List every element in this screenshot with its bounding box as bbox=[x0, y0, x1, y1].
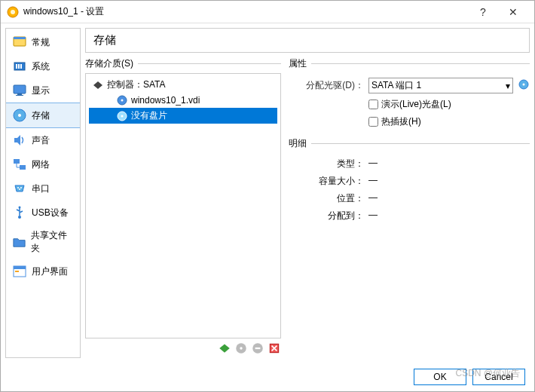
ui-icon bbox=[12, 264, 27, 279]
storage-media-heading: 存储介质(S) bbox=[85, 57, 281, 70]
detail-label: 容量大小： bbox=[289, 175, 364, 188]
svg-rect-22 bbox=[15, 271, 19, 272]
svg-rect-7 bbox=[20, 64, 22, 69]
sidebar-item-serial[interactable]: 串口 bbox=[6, 176, 80, 201]
dialog-footer: OK Cancel bbox=[1, 363, 534, 391]
general-icon bbox=[12, 35, 27, 50]
display-icon bbox=[12, 83, 27, 98]
sidebar-item-label: 网络 bbox=[32, 158, 50, 171]
sidebar-item-storage[interactable]: 存储 bbox=[6, 103, 80, 128]
sidebar-item-label: 声音 bbox=[32, 134, 50, 147]
sidebar-item-label: 用户界面 bbox=[32, 265, 68, 278]
storage-tree[interactable]: 控制器：SATA windows10_1.vdi 没有盘片 bbox=[85, 73, 281, 338]
drive-label: 分配光驱(D)： bbox=[289, 79, 364, 92]
svg-point-1 bbox=[11, 10, 15, 14]
storage-icon bbox=[12, 108, 27, 123]
titlebar: windows10_1 - 设置 ? ✕ bbox=[1, 1, 534, 23]
usb-icon bbox=[12, 205, 27, 220]
serial-icon bbox=[12, 181, 27, 196]
hotplug-checkbox[interactable] bbox=[368, 117, 378, 127]
svg-rect-13 bbox=[14, 159, 20, 164]
svg-rect-14 bbox=[20, 165, 26, 170]
sidebar-item-label: 串口 bbox=[32, 182, 50, 195]
svg-point-18 bbox=[18, 216, 21, 219]
remove-controller-button[interactable] bbox=[268, 341, 281, 355]
window-title: windows10_1 - 设置 bbox=[23, 5, 468, 18]
detail-label: 位置： bbox=[289, 192, 364, 205]
live-cd-label: 演示(Live)光盘(L) bbox=[381, 98, 451, 111]
choose-disk-icon[interactable] bbox=[518, 78, 530, 93]
main-area: 常规 系统 显示 存储 声音 网络 串口 USB设备 bbox=[1, 23, 534, 363]
help-button[interactable]: ? bbox=[468, 1, 498, 23]
svg-rect-3 bbox=[14, 37, 26, 39]
sidebar-item-label: 共享文件夹 bbox=[31, 229, 74, 255]
tree-item-empty-disc[interactable]: 没有盘片 bbox=[89, 108, 277, 124]
sidebar-item-label: 系统 bbox=[32, 60, 50, 73]
live-cd-checkbox[interactable] bbox=[368, 100, 378, 109]
sidebar-item-shared[interactable]: 共享文件夹 bbox=[6, 225, 80, 259]
attr-heading: 属性 bbox=[289, 57, 530, 70]
detail-value: — bbox=[368, 175, 530, 188]
svg-point-16 bbox=[20, 187, 22, 188]
svg-rect-6 bbox=[18, 64, 20, 69]
detail-value: — bbox=[368, 210, 530, 222]
ok-button[interactable]: OK bbox=[414, 369, 466, 385]
svg-point-19 bbox=[19, 207, 21, 209]
svg-point-17 bbox=[19, 188, 20, 190]
controller-icon bbox=[92, 79, 104, 91]
sidebar-item-network[interactable]: 网络 bbox=[6, 152, 80, 176]
content: 存储 存储介质(S) 控制器：SATA windows10_1.vdi bbox=[85, 28, 530, 358]
sidebar-item-label: 常规 bbox=[32, 36, 50, 49]
audio-icon bbox=[12, 133, 27, 148]
svg-point-28 bbox=[240, 347, 242, 349]
sidebar-item-label: 存储 bbox=[32, 109, 50, 122]
svg-point-24 bbox=[121, 100, 124, 102]
tree-item-label: windows10_1.vdi bbox=[131, 95, 200, 106]
hdd-icon bbox=[116, 94, 128, 106]
controller-label: 控制器：SATA bbox=[107, 78, 166, 91]
detail-label: 类型： bbox=[289, 158, 364, 170]
storage-panel: 存储介质(S) 控制器：SATA windows10_1.vdi 没有盘片 bbox=[85, 57, 281, 358]
svg-point-12 bbox=[18, 114, 21, 117]
svg-rect-5 bbox=[16, 64, 17, 69]
tree-controller[interactable]: 控制器：SATA bbox=[89, 77, 277, 93]
sidebar-item-label: USB设备 bbox=[32, 207, 69, 219]
app-icon bbox=[7, 6, 19, 18]
drive-value: SATA 端口 1 bbox=[371, 79, 421, 92]
close-button[interactable]: ✕ bbox=[498, 1, 528, 23]
sidebar-item-label: 显示 bbox=[32, 84, 50, 97]
sidebar-item-system[interactable]: 系统 bbox=[6, 54, 80, 78]
add-attachment-button[interactable] bbox=[234, 341, 248, 355]
detail-heading: 明细 bbox=[289, 137, 530, 150]
svg-rect-10 bbox=[16, 95, 23, 96]
sidebar-item-audio[interactable]: 声音 bbox=[6, 128, 80, 152]
svg-rect-21 bbox=[14, 266, 26, 269]
tree-item-label: 没有盘片 bbox=[131, 109, 167, 122]
svg-point-33 bbox=[523, 84, 525, 86]
system-icon bbox=[12, 59, 27, 74]
remove-attachment-button[interactable] bbox=[251, 341, 264, 355]
cancel-button[interactable]: Cancel bbox=[472, 369, 525, 385]
cd-icon bbox=[116, 110, 128, 122]
tree-item-vdi[interactable]: windows10_1.vdi bbox=[89, 93, 277, 108]
svg-point-15 bbox=[17, 187, 19, 188]
folder-icon bbox=[12, 234, 26, 250]
drive-select[interactable]: SATA 端口 1 ▾ bbox=[368, 78, 513, 93]
tree-toolbar bbox=[85, 338, 281, 358]
hotplug-label: 热插拔(H) bbox=[381, 115, 421, 128]
detail-value: — bbox=[368, 192, 530, 205]
sidebar: 常规 系统 显示 存储 声音 网络 串口 USB设备 bbox=[5, 28, 81, 358]
add-controller-button[interactable] bbox=[218, 341, 231, 355]
svg-rect-9 bbox=[17, 93, 22, 95]
sidebar-item-ui[interactable]: 用户界面 bbox=[6, 259, 80, 283]
sidebar-item-usb[interactable]: USB设备 bbox=[6, 201, 80, 225]
detail-value: — bbox=[368, 158, 530, 170]
page-title: 存储 bbox=[85, 28, 530, 53]
sidebar-item-general[interactable]: 常规 bbox=[6, 30, 80, 54]
network-icon bbox=[12, 157, 27, 172]
detail-label: 分配到： bbox=[289, 210, 364, 222]
svg-point-26 bbox=[121, 115, 124, 117]
sidebar-item-display[interactable]: 显示 bbox=[6, 78, 80, 103]
chevron-down-icon: ▾ bbox=[506, 81, 510, 91]
svg-rect-8 bbox=[14, 85, 26, 93]
